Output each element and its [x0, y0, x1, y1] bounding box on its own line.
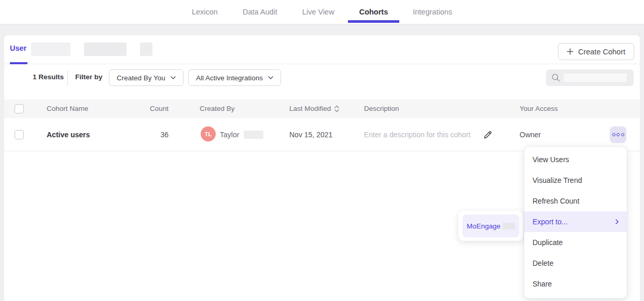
row-checkbox[interactable]	[15, 130, 24, 139]
tab-cohorts[interactable]: Cohorts	[359, 0, 388, 24]
redacted-search-text	[564, 74, 627, 82]
edit-description-icon[interactable]	[482, 130, 493, 140]
export-to-label: Export to...	[533, 218, 568, 226]
sort-icon[interactable]	[334, 105, 339, 112]
row-context-menu: View Users Visualize Trend Refresh Count…	[524, 147, 627, 298]
cohorts-page: Lexicon Data Audit Live View Cohorts Int…	[0, 0, 644, 301]
menu-item-export-to[interactable]: Export to...	[524, 211, 627, 232]
menu-item-duplicate[interactable]: Duplicate	[524, 232, 627, 253]
plus-icon	[567, 48, 573, 55]
chevron-right-icon	[615, 219, 619, 224]
integrations-dropdown-value: All Active Integrations	[196, 74, 263, 82]
tab-live-view[interactable]: Live View	[302, 0, 334, 24]
description-field[interactable]: Enter a description for this cohort	[364, 131, 470, 139]
more-dot	[617, 133, 620, 136]
divider	[67, 70, 68, 85]
more-dot	[621, 133, 624, 136]
cohort-count: 36	[147, 131, 169, 139]
search-icon	[551, 73, 561, 82]
created-by-name: Taylor	[220, 131, 239, 139]
redacted-tab-3	[140, 42, 152, 56]
menu-item-delete[interactable]: Delete	[524, 253, 627, 274]
menu-item-share[interactable]: Share	[524, 274, 627, 294]
access-level: Owner	[520, 131, 541, 139]
header-cohort-name: Cohort Name	[47, 105, 88, 112]
results-count: 1 Results	[33, 73, 64, 81]
menu-item-visualize-trend[interactable]: Visualize Trend	[524, 170, 627, 191]
select-all-checkbox[interactable]	[15, 104, 24, 113]
cohort-name[interactable]: Active users	[47, 131, 90, 139]
redacted-last-name	[244, 131, 263, 139]
tab-integrations[interactable]: Integrations	[413, 0, 452, 24]
chevron-down-icon	[268, 76, 273, 79]
top-navigation: Lexicon Data Audit Live View Cohorts Int…	[0, 0, 644, 24]
row-more-actions-button[interactable]	[610, 126, 626, 143]
header-count: Count	[147, 105, 169, 112]
header-last-modified[interactable]: Last Modified	[289, 105, 331, 112]
create-cohort-label: Create Cohort	[578, 48, 625, 56]
filter-bar: 1 Results Filter by Created By You All A…	[4, 64, 640, 91]
table-header: Cohort Name Count Created By Last Modifi…	[4, 99, 640, 118]
redacted-tab-1	[31, 42, 71, 56]
create-cohort-button[interactable]: Create Cohort	[558, 43, 634, 60]
submenu-item-moengage[interactable]: MoEngage	[463, 214, 519, 237]
search-input[interactable]	[546, 69, 634, 86]
more-dot	[612, 133, 615, 136]
tab-lexicon[interactable]: Lexicon	[192, 0, 218, 24]
chevron-down-icon	[171, 76, 176, 79]
header-your-access: Your Access	[520, 105, 558, 112]
menu-item-refresh-count[interactable]: Refresh Count	[524, 191, 627, 211]
export-submenu: MoEngage	[458, 211, 523, 241]
moengage-label: MoEngage	[467, 222, 500, 230]
header-created-by: Created By	[200, 105, 235, 112]
last-modified-date: Nov 15, 2021	[289, 131, 332, 139]
menu-item-view-users[interactable]: View Users	[524, 149, 627, 170]
header-description: Description	[364, 105, 399, 112]
tab-data-audit[interactable]: Data Audit	[243, 0, 277, 24]
tab-user-cohorts[interactable]: User	[10, 44, 26, 52]
redacted-submenu-text	[502, 223, 515, 230]
cohort-type-tabs: User Create Cohort	[4, 35, 640, 64]
created-by-dropdown[interactable]: Created By You	[109, 69, 184, 86]
filter-by-label: Filter by	[75, 73, 103, 81]
integrations-dropdown[interactable]: All Active Integrations	[188, 69, 281, 86]
created-by-dropdown-value: Created By You	[117, 74, 165, 82]
redacted-tab-2	[84, 42, 127, 56]
avatar: TL	[201, 126, 216, 141]
